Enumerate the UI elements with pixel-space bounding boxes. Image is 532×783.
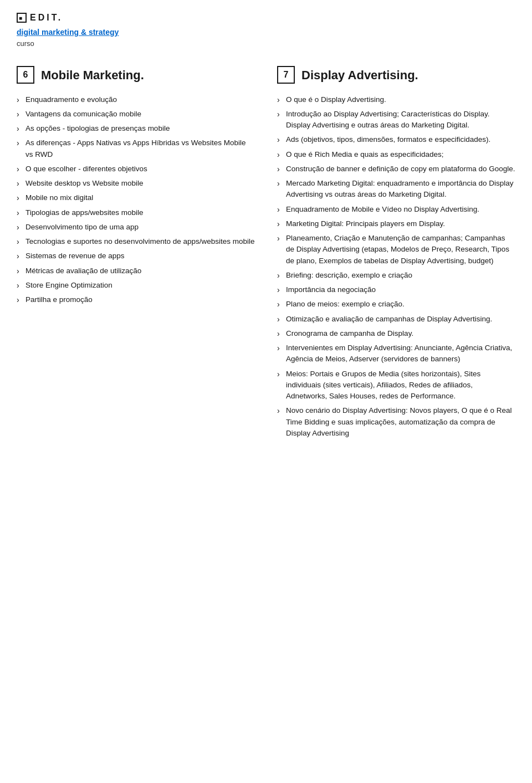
- list-item: O que é o Display Advertising.: [277, 94, 515, 105]
- section-6-title: Mobile Marketing.: [41, 66, 144, 84]
- section-7-header: 7 Display Advertising.: [277, 66, 515, 84]
- section-6-header: 6 Mobile Marketing.: [17, 66, 255, 84]
- list-item: O que escolher - diferentes objetivos: [17, 163, 255, 175]
- list-item: Meios: Portais e Grupos de Media (sites …: [277, 369, 515, 402]
- section-7-list: O que é o Display Advertising. Introduçã…: [277, 94, 515, 439]
- list-item: Construção de banner e definição de copy…: [277, 163, 515, 175]
- list-item: Store Engine Optimization: [17, 280, 255, 291]
- list-item: Enquadramento e evolução: [17, 94, 255, 105]
- list-item: Mercado Marketing Digital: enquadramento…: [277, 178, 515, 201]
- page-header: ■ EDIT.: [17, 11, 515, 24]
- list-item: Website desktop vs Website mobile: [17, 178, 255, 189]
- list-item: Mobile no mix digital: [17, 192, 255, 203]
- list-item: Cronograma de campanha de Display.: [277, 328, 515, 339]
- logo: ■ EDIT.: [17, 11, 63, 24]
- list-item: Briefing: descrição, exemplo e criação: [277, 270, 515, 281]
- list-item: Vantagens da comunicação mobile: [17, 109, 255, 120]
- section-6-list: Enquadramento e evolução Vantagens da co…: [17, 94, 255, 306]
- list-item: Intervenientes em Display Advertising: A…: [277, 342, 515, 365]
- list-item: Importância da negociação: [277, 284, 515, 295]
- brand-link[interactable]: digital marketing & strategy: [17, 27, 515, 38]
- list-item: Sistemas de revenue de apps: [17, 250, 255, 262]
- section-7-number: 7: [277, 66, 295, 84]
- list-item: Introdução ao Display Advertising; Carac…: [277, 109, 515, 131]
- section-6-number: 6: [17, 66, 34, 84]
- list-item: Plano de meios: exemplo e criação.: [277, 299, 515, 310]
- list-item: Tipologias de apps/websites mobile: [17, 207, 255, 218]
- section-7-title: Display Advertising.: [301, 66, 418, 84]
- section-7: 7 Display Advertising. O que é o Display…: [277, 66, 515, 443]
- logo-box-icon: ■: [17, 13, 27, 23]
- list-item: Tecnologias e suportes no desenvolviment…: [17, 236, 255, 247]
- list-item: Enquadramento de Mobile e Vídeo no Displ…: [277, 204, 515, 215]
- content-columns: 6 Mobile Marketing. Enquadramento e evol…: [17, 66, 515, 443]
- list-item: Ads (objetivos, tipos, dimensões, format…: [277, 134, 515, 145]
- list-item: Métricas de avaliação de utilização: [17, 265, 255, 277]
- list-item: As diferenças - Apps Nativas vs Apps Híb…: [17, 137, 255, 160]
- list-item: Partilha e promoção: [17, 294, 255, 305]
- list-item: As opções - tipologias de presenças mobi…: [17, 123, 255, 134]
- list-item: Desenvolvimento tipo de uma app: [17, 222, 255, 233]
- section-6: 6 Mobile Marketing. Enquadramento e evol…: [17, 66, 255, 443]
- list-item: Otimização e avaliação de campanhas de D…: [277, 314, 515, 325]
- brand-link-text[interactable]: digital marketing & strategy: [17, 28, 119, 37]
- list-item: Planeamento, Criação e Manutenção de cam…: [277, 233, 515, 267]
- logo-letters: EDIT.: [30, 11, 63, 24]
- list-item: Novo cenário do Display Advertising: Nov…: [277, 405, 515, 439]
- page-subtitle: curso: [17, 38, 515, 49]
- list-item: Marketing Digital: Principais players em…: [277, 218, 515, 229]
- list-item: O que é Rich Media e quais as especifici…: [277, 149, 515, 160]
